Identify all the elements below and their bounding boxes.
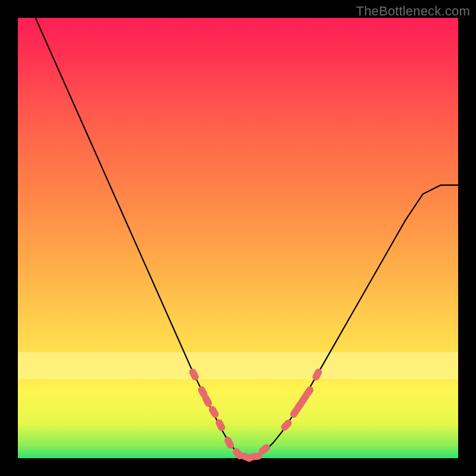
chart-svg — [18, 18, 458, 458]
marker-point — [262, 447, 267, 451]
marker-point — [253, 456, 258, 457]
marker-point — [219, 423, 221, 428]
marker-point — [236, 452, 240, 456]
marker-point — [206, 399, 208, 403]
marker-group — [193, 372, 318, 458]
watermark-text: TheBottleneck.com — [356, 4, 470, 19]
marker-point — [245, 456, 249, 458]
bottleneck-curve — [36, 18, 458, 458]
marker-point — [193, 372, 195, 377]
marker-point — [316, 372, 318, 377]
marker-point — [212, 409, 215, 414]
marker-point — [284, 423, 288, 427]
marker-point — [307, 390, 310, 394]
marker-point — [228, 440, 230, 445]
marker-point — [202, 390, 204, 394]
chart-frame: TheBottleneck.com — [0, 0, 476, 476]
